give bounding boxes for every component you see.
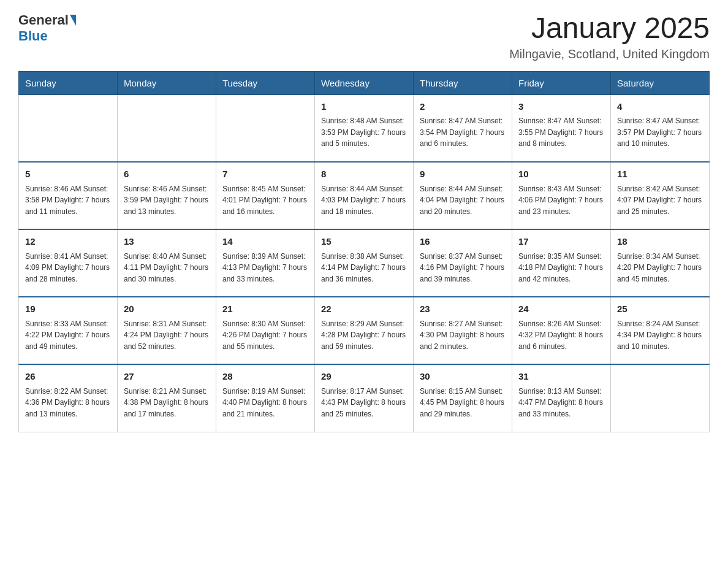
calendar-cell: 10Sunrise: 8:43 AM Sunset: 4:06 PM Dayli…	[512, 162, 611, 229]
calendar-cell: 8Sunrise: 8:44 AM Sunset: 4:03 PM Daylig…	[315, 162, 414, 229]
day-number: 6	[124, 167, 210, 182]
title-block: January 2025 Milngavie, Scotland, United…	[509, 12, 710, 61]
calendar-cell	[216, 94, 315, 162]
calendar-cell: 1Sunrise: 8:48 AM Sunset: 3:53 PM Daylig…	[315, 94, 414, 162]
day-number: 2	[420, 100, 506, 114]
calendar-cell: 28Sunrise: 8:19 AM Sunset: 4:40 PM Dayli…	[216, 364, 315, 432]
day-info: Sunrise: 8:17 AM Sunset: 4:43 PM Dayligh…	[321, 386, 407, 420]
page-header: General Blue January 2025 Milngavie, Sco…	[18, 12, 710, 61]
day-number: 4	[617, 100, 703, 114]
calendar-cell: 9Sunrise: 8:44 AM Sunset: 4:04 PM Daylig…	[414, 162, 512, 229]
day-number: 31	[518, 370, 604, 384]
calendar-cell: 22Sunrise: 8:29 AM Sunset: 4:28 PM Dayli…	[315, 297, 414, 364]
day-info: Sunrise: 8:30 AM Sunset: 4:26 PM Dayligh…	[222, 318, 308, 353]
day-info: Sunrise: 8:19 AM Sunset: 4:40 PM Dayligh…	[222, 386, 308, 420]
calendar-cell: 12Sunrise: 8:41 AM Sunset: 4:09 PM Dayli…	[19, 229, 118, 297]
day-info: Sunrise: 8:15 AM Sunset: 4:45 PM Dayligh…	[420, 386, 506, 420]
calendar-week-row: 19Sunrise: 8:33 AM Sunset: 4:22 PM Dayli…	[19, 297, 710, 364]
day-number: 1	[321, 100, 407, 114]
day-info: Sunrise: 8:35 AM Sunset: 4:18 PM Dayligh…	[518, 251, 604, 285]
calendar-cell: 5Sunrise: 8:46 AM Sunset: 3:58 PM Daylig…	[19, 162, 118, 229]
day-info: Sunrise: 8:13 AM Sunset: 4:47 PM Dayligh…	[518, 386, 604, 420]
calendar-cell: 16Sunrise: 8:37 AM Sunset: 4:16 PM Dayli…	[414, 229, 512, 297]
day-number: 14	[222, 235, 308, 249]
day-number: 13	[124, 235, 210, 249]
weekday-header-row: SundayMondayTuesdayWednesdayThursdayFrid…	[19, 71, 710, 94]
day-number: 7	[222, 167, 308, 182]
calendar-week-row: 1Sunrise: 8:48 AM Sunset: 3:53 PM Daylig…	[19, 94, 710, 162]
logo-general-text: General	[18, 12, 69, 28]
calendar-title: January 2025	[509, 12, 710, 45]
day-number: 21	[222, 302, 308, 316]
calendar-cell: 26Sunrise: 8:22 AM Sunset: 4:36 PM Dayli…	[19, 364, 118, 432]
day-info: Sunrise: 8:34 AM Sunset: 4:20 PM Dayligh…	[617, 251, 703, 285]
weekday-header-friday: Friday	[512, 71, 611, 94]
day-info: Sunrise: 8:26 AM Sunset: 4:32 PM Dayligh…	[518, 318, 604, 353]
day-info: Sunrise: 8:41 AM Sunset: 4:09 PM Dayligh…	[25, 251, 111, 285]
calendar-cell: 19Sunrise: 8:33 AM Sunset: 4:22 PM Dayli…	[19, 297, 118, 364]
calendar-subtitle: Milngavie, Scotland, United Kingdom	[509, 47, 710, 61]
day-number: 8	[321, 167, 407, 182]
day-number: 5	[25, 167, 111, 182]
day-info: Sunrise: 8:37 AM Sunset: 4:16 PM Dayligh…	[420, 251, 506, 285]
day-info: Sunrise: 8:40 AM Sunset: 4:11 PM Dayligh…	[124, 251, 210, 285]
weekday-header-saturday: Saturday	[611, 71, 710, 94]
logo-blue-part	[69, 15, 76, 26]
calendar-cell: 23Sunrise: 8:27 AM Sunset: 4:30 PM Dayli…	[414, 297, 512, 364]
day-number: 28	[222, 370, 308, 384]
calendar-cell: 4Sunrise: 8:47 AM Sunset: 3:57 PM Daylig…	[611, 94, 710, 162]
day-info: Sunrise: 8:47 AM Sunset: 3:55 PM Dayligh…	[518, 115, 604, 150]
calendar-cell: 6Sunrise: 8:46 AM Sunset: 3:59 PM Daylig…	[118, 162, 216, 229]
day-info: Sunrise: 8:45 AM Sunset: 4:01 PM Dayligh…	[222, 183, 308, 218]
calendar-cell: 7Sunrise: 8:45 AM Sunset: 4:01 PM Daylig…	[216, 162, 315, 229]
day-info: Sunrise: 8:21 AM Sunset: 4:38 PM Dayligh…	[124, 386, 210, 420]
day-number: 27	[124, 370, 210, 384]
day-number: 10	[518, 167, 604, 182]
calendar-cell	[19, 94, 118, 162]
calendar-cell: 17Sunrise: 8:35 AM Sunset: 4:18 PM Dayli…	[512, 229, 611, 297]
day-number: 3	[518, 100, 604, 114]
day-info: Sunrise: 8:46 AM Sunset: 3:58 PM Dayligh…	[25, 183, 111, 218]
day-number: 16	[420, 235, 506, 249]
day-number: 23	[420, 302, 506, 316]
calendar-cell: 2Sunrise: 8:47 AM Sunset: 3:54 PM Daylig…	[414, 94, 512, 162]
calendar-cell: 31Sunrise: 8:13 AM Sunset: 4:47 PM Dayli…	[512, 364, 611, 432]
calendar-cell: 21Sunrise: 8:30 AM Sunset: 4:26 PM Dayli…	[216, 297, 315, 364]
weekday-header-sunday: Sunday	[19, 71, 118, 94]
day-info: Sunrise: 8:38 AM Sunset: 4:14 PM Dayligh…	[321, 251, 407, 285]
calendar-cell	[118, 94, 216, 162]
calendar-cell: 18Sunrise: 8:34 AM Sunset: 4:20 PM Dayli…	[611, 229, 710, 297]
calendar-cell: 29Sunrise: 8:17 AM Sunset: 4:43 PM Dayli…	[315, 364, 414, 432]
day-number: 15	[321, 235, 407, 249]
day-number: 25	[617, 302, 703, 316]
day-info: Sunrise: 8:42 AM Sunset: 4:07 PM Dayligh…	[617, 183, 703, 218]
day-info: Sunrise: 8:44 AM Sunset: 4:03 PM Dayligh…	[321, 183, 407, 218]
day-number: 17	[518, 235, 604, 249]
logo-triangle-icon	[70, 15, 76, 26]
day-info: Sunrise: 8:22 AM Sunset: 4:36 PM Dayligh…	[25, 386, 111, 420]
day-info: Sunrise: 8:47 AM Sunset: 3:54 PM Dayligh…	[420, 115, 506, 150]
calendar-cell: 14Sunrise: 8:39 AM Sunset: 4:13 PM Dayli…	[216, 229, 315, 297]
calendar-cell: 27Sunrise: 8:21 AM Sunset: 4:38 PM Dayli…	[118, 364, 216, 432]
day-number: 26	[25, 370, 111, 384]
calendar-cell: 3Sunrise: 8:47 AM Sunset: 3:55 PM Daylig…	[512, 94, 611, 162]
day-number: 12	[25, 235, 111, 249]
day-info: Sunrise: 8:27 AM Sunset: 4:30 PM Dayligh…	[420, 318, 506, 353]
logo-blue-text: Blue	[18, 28, 48, 44]
day-number: 22	[321, 302, 407, 316]
weekday-header-tuesday: Tuesday	[216, 71, 315, 94]
day-number: 29	[321, 370, 407, 384]
weekday-header-thursday: Thursday	[414, 71, 512, 94]
calendar-cell: 11Sunrise: 8:42 AM Sunset: 4:07 PM Dayli…	[611, 162, 710, 229]
calendar-cell: 20Sunrise: 8:31 AM Sunset: 4:24 PM Dayli…	[118, 297, 216, 364]
day-info: Sunrise: 8:39 AM Sunset: 4:13 PM Dayligh…	[222, 251, 308, 285]
day-number: 20	[124, 302, 210, 316]
day-number: 18	[617, 235, 703, 249]
calendar-cell: 24Sunrise: 8:26 AM Sunset: 4:32 PM Dayli…	[512, 297, 611, 364]
day-info: Sunrise: 8:24 AM Sunset: 4:34 PM Dayligh…	[617, 318, 703, 353]
calendar-week-row: 26Sunrise: 8:22 AM Sunset: 4:36 PM Dayli…	[19, 364, 710, 432]
calendar-cell: 25Sunrise: 8:24 AM Sunset: 4:34 PM Dayli…	[611, 297, 710, 364]
day-number: 30	[420, 370, 506, 384]
day-info: Sunrise: 8:44 AM Sunset: 4:04 PM Dayligh…	[420, 183, 506, 218]
calendar-cell: 13Sunrise: 8:40 AM Sunset: 4:11 PM Dayli…	[118, 229, 216, 297]
